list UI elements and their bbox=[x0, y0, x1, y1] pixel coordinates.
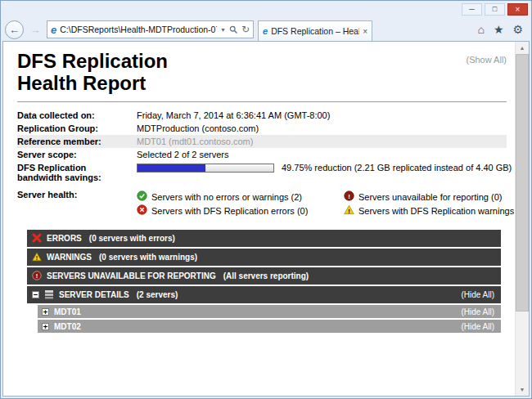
svg-text:!: ! bbox=[348, 208, 350, 215]
svg-text:!: ! bbox=[348, 193, 350, 200]
settings-gear-icon[interactable]: ⚙ bbox=[512, 24, 523, 35]
toolbar-right-icons: ⌂ ★ ⚙ bbox=[477, 24, 526, 35]
health-item-unavailable: ! Servers unavailable for reporting (0) bbox=[344, 191, 515, 203]
field-label: Replication Group: bbox=[17, 123, 137, 133]
field-label: Data collected on: bbox=[17, 110, 137, 120]
page-title: DFS Replication Health Report bbox=[17, 50, 168, 94]
minimize-button[interactable]: ─ bbox=[462, 3, 482, 16]
unavailable-circle-icon: ! bbox=[344, 191, 354, 203]
server-row-mdt02[interactable]: + MDT02 (Hide All) bbox=[38, 320, 501, 333]
address-dropdown-icon[interactable]: ▼ bbox=[220, 27, 226, 33]
bandwidth-bar-fill bbox=[138, 164, 205, 172]
section-title: SERVERS UNAVAILABLE FOR REPORTING bbox=[47, 271, 216, 280]
section-title: SERVER DETAILS bbox=[59, 290, 129, 299]
collapse-toggle-icon[interactable]: − bbox=[32, 291, 39, 298]
tab-favicon-icon: e bbox=[263, 27, 268, 36]
hide-all-link[interactable]: (Hide All) bbox=[461, 322, 494, 331]
report-sections: ERRORS (0 servers with errors) ! WARNING… bbox=[27, 230, 501, 333]
section-subtitle: (All servers reporting) bbox=[223, 271, 309, 280]
error-circle-icon bbox=[137, 204, 147, 217]
server-icon bbox=[44, 289, 54, 301]
close-icon: × bbox=[516, 6, 521, 14]
scroll-thumb[interactable] bbox=[516, 54, 529, 312]
info-row-server-scope: Server scope: Selected 2 of 2 servers bbox=[17, 148, 507, 161]
health-item-label: Servers with DFS Replication errors (0) bbox=[151, 206, 308, 216]
address-bar[interactable]: e C:\DFSReports\Health-MDTProduction-07M… bbox=[47, 20, 254, 38]
svg-text:!: ! bbox=[36, 272, 38, 280]
bandwidth-progress-bar bbox=[137, 164, 274, 173]
maximize-icon: □ bbox=[493, 6, 497, 13]
section-subtitle: (0 servers with errors) bbox=[89, 234, 175, 243]
section-warnings[interactable]: ! WARNINGS (0 servers with warnings) bbox=[27, 249, 501, 266]
health-item-warnings: ! Servers with DFS Replication warnings … bbox=[344, 204, 515, 217]
field-label: Server health: bbox=[17, 190, 137, 200]
bandwidth-text: 49.75% reduction (2.21 GB replicated ins… bbox=[282, 163, 512, 173]
section-unavailable[interactable]: ! SERVERS UNAVAILABLE FOR REPORTING (All… bbox=[27, 267, 501, 285]
hide-all-link[interactable]: (Hide All) bbox=[461, 290, 494, 299]
scroll-down-icon[interactable]: ▼ bbox=[516, 383, 529, 396]
field-label: Server scope: bbox=[17, 150, 137, 159]
caption-buttons: ─ □ × bbox=[462, 3, 528, 16]
unavailable-circle-icon: ! bbox=[32, 271, 42, 282]
favorites-star-icon[interactable]: ★ bbox=[494, 24, 504, 35]
server-rows: + MDT01 (Hide All) + MDT02 (Hide All) bbox=[38, 305, 501, 333]
page-title-line1: DFS Replication bbox=[17, 50, 168, 72]
info-row-reference-member: Reference member: MDT01 (mdt01.contoso.c… bbox=[17, 135, 507, 148]
section-errors[interactable]: ERRORS (0 servers with errors) bbox=[27, 230, 501, 247]
refresh-icon[interactable]: ↻ bbox=[241, 24, 250, 35]
forward-button[interactable]: → bbox=[28, 24, 43, 36]
health-item-errors: Servers with DFS Replication errors (0) bbox=[137, 204, 336, 217]
tab-title: DFS Replication – Health Re... bbox=[271, 26, 359, 36]
field-value: MDT01 (mdt01.contoso.com) bbox=[137, 137, 253, 146]
field-value: Friday, March 7, 2014 at 6:36:41 AM (GMT… bbox=[137, 110, 330, 120]
section-title: ERRORS bbox=[47, 234, 82, 243]
health-item-label: Servers with DFS Replication warnings (0… bbox=[358, 206, 515, 216]
browser-tab[interactable]: e DFS Replication – Health Re... × bbox=[258, 20, 372, 41]
section-subtitle: (0 servers with warnings) bbox=[99, 253, 197, 262]
tab-close-icon[interactable]: × bbox=[363, 27, 367, 36]
server-name: MDT02 bbox=[54, 322, 81, 331]
health-item-label: Servers with no errors or warnings (2) bbox=[151, 192, 302, 202]
field-label: Reference member: bbox=[17, 137, 137, 146]
title-bar: ─ □ × bbox=[1, 1, 531, 18]
close-button[interactable]: × bbox=[507, 3, 528, 16]
field-value: MDTProduction (contoso.com) bbox=[137, 123, 259, 133]
expand-toggle-icon[interactable]: + bbox=[42, 308, 49, 316]
bandwidth-value: 49.75% reduction (2.21 GB replicated ins… bbox=[137, 163, 512, 173]
error-x-icon bbox=[32, 233, 42, 244]
page-viewport: DFS Replication Health Report (Show All)… bbox=[2, 41, 530, 397]
info-row-server-health: Server health: Servers with no errors or… bbox=[17, 188, 507, 219]
field-label: DFS Replication bandwidth savings: bbox=[17, 163, 137, 182]
ie-favicon-icon: e bbox=[51, 25, 56, 35]
server-row-mdt01[interactable]: + MDT01 (Hide All) bbox=[38, 305, 501, 318]
back-arrow-icon: ← bbox=[9, 24, 20, 36]
browser-toolbar: ← → e C:\DFSReports\Health-MDTProduction… bbox=[1, 18, 531, 41]
warning-triangle-icon: ! bbox=[32, 252, 42, 263]
health-item-label: Servers unavailable for reporting (0) bbox=[358, 192, 502, 202]
report-header: DFS Replication Health Report (Show All) bbox=[17, 50, 507, 94]
search-icon[interactable] bbox=[229, 25, 238, 34]
show-all-link[interactable]: (Show All) bbox=[466, 55, 507, 65]
forward-arrow-icon: → bbox=[30, 24, 41, 36]
home-icon[interactable]: ⌂ bbox=[477, 24, 484, 35]
expand-toggle-icon[interactable]: + bbox=[42, 323, 49, 330]
info-row-bandwidth: DFS Replication bandwidth savings: 49.75… bbox=[17, 161, 507, 184]
minimize-icon: ─ bbox=[469, 6, 474, 13]
back-button[interactable]: ← bbox=[5, 20, 24, 39]
svg-text:!: ! bbox=[36, 254, 38, 261]
warning-triangle-icon: ! bbox=[344, 204, 354, 217]
section-title: WARNINGS bbox=[47, 253, 92, 262]
server-health-grid: Servers with no errors or warnings (2) S… bbox=[137, 190, 515, 217]
scroll-up-icon[interactable]: ▲ bbox=[516, 42, 529, 54]
section-server-details[interactable]: − SERVER DETAILS (2 servers) (Hide All) bbox=[27, 286, 501, 303]
hide-all-link[interactable]: (Hide All) bbox=[461, 307, 494, 316]
maximize-button[interactable]: □ bbox=[485, 3, 505, 16]
field-value: Selected 2 of 2 servers bbox=[137, 150, 229, 159]
section-subtitle: (2 servers) bbox=[137, 290, 178, 299]
vertical-scrollbar[interactable]: ▲ ▼ bbox=[515, 42, 529, 396]
address-url[interactable]: C:\DFSReports\Health-MDTProduction-07M bbox=[60, 25, 217, 34]
report-page: DFS Replication Health Report (Show All)… bbox=[3, 42, 515, 396]
check-circle-icon bbox=[137, 191, 147, 203]
page-title-line2: Health Report bbox=[17, 72, 168, 94]
info-row-replication-group: Replication Group: MDTProduction (contos… bbox=[17, 122, 507, 135]
